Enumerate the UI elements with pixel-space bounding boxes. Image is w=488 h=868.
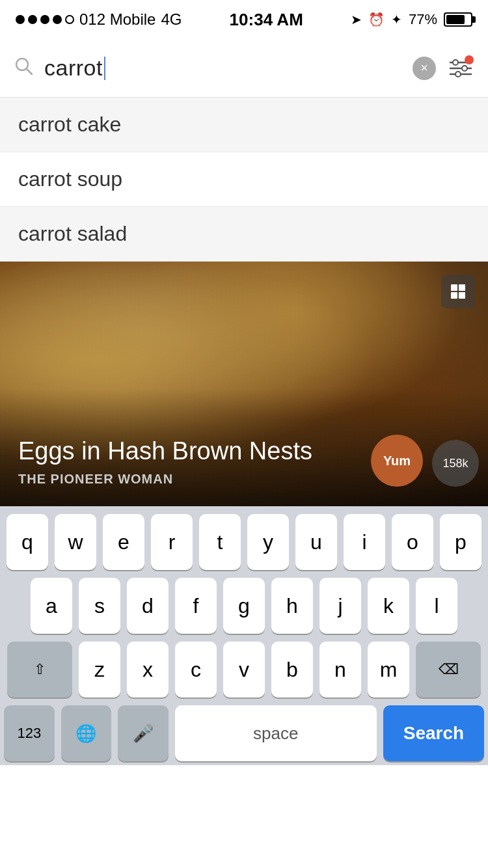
key-q[interactable]: q [7,514,48,570]
space-key[interactable]: space [175,705,377,761]
delete-key[interactable]: ⌫ [416,642,481,698]
signal-dot-2 [28,15,37,24]
key-x[interactable]: x [127,642,169,698]
svg-point-7 [455,72,461,77]
recipe-card[interactable]: Eggs in Hash Brown Nests THE PIONEER WOM… [0,262,488,506]
status-right: ➤ ⏰ ✦ 77% [351,11,472,28]
key-c[interactable]: c [175,642,217,698]
battery-percentage: 77% [409,11,437,28]
filter-badge [465,55,474,64]
svg-rect-9 [459,284,465,291]
suggestion-text-2: carrot soup [18,167,122,191]
bluetooth-icon: ✦ [391,12,402,27]
recipe-info: Eggs in Hash Brown Nests THE PIONEER WOM… [18,437,384,487]
keyboard-bottom-row: 123 🌐 🎤 space Search [4,705,484,761]
svg-point-5 [453,60,458,65]
key-e[interactable]: e [103,514,144,570]
search-bar[interactable]: carrot × [0,39,488,98]
status-left: 012 Mobile 4G [16,10,182,29]
yum-label: Yum [383,454,411,468]
battery-fill [446,15,465,24]
key-w[interactable]: w [55,514,96,570]
suggestion-item-1[interactable]: carrot cake [0,98,488,152]
key-d[interactable]: d [127,578,169,634]
network-label: 4G [161,10,182,29]
clear-icon: × [420,61,428,75]
search-key[interactable]: Search [383,705,484,761]
recipe-title: Eggs in Hash Brown Nests [18,437,384,467]
key-o[interactable]: o [392,514,433,570]
svg-point-6 [462,66,467,71]
keyboard-row-2: a s d f g h j k l [4,578,484,634]
location-icon: ➤ [351,12,362,27]
keyboard-row-1: q w e r t y u i o p [4,514,484,570]
status-bar: 012 Mobile 4G 10:34 AM ➤ ⏰ ✦ 77% [0,0,488,39]
key-g[interactable]: g [223,578,265,634]
alarm-icon: ⏰ [368,12,385,27]
keyboard: q w e r t y u i o p a s d f g h j k l ⇧ … [0,506,488,765]
key-m[interactable]: m [368,642,409,698]
time-label: 10:34 AM [230,10,303,30]
search-input[interactable]: carrot [44,55,402,81]
yum-button[interactable]: Yum [371,435,423,487]
key-b[interactable]: b [271,642,313,698]
svg-rect-10 [451,292,457,299]
suggestion-item-3[interactable]: carrot salad [0,207,488,262]
key-a[interactable]: a [31,578,72,634]
carrier-label: 012 Mobile [79,10,156,29]
key-l[interactable]: l [416,578,457,634]
shift-key[interactable]: ⇧ [7,642,72,698]
key-i[interactable]: i [344,514,385,570]
signal-dot-3 [40,15,49,24]
filter-button[interactable] [446,54,475,83]
key-h[interactable]: h [271,578,313,634]
suggestion-item-2[interactable]: carrot soup [0,152,488,207]
globe-key[interactable]: 🌐 [61,705,112,761]
key-u[interactable]: u [295,514,337,570]
signal-dot-5 [65,15,74,24]
key-n[interactable]: n [319,642,361,698]
recipe-source: THE PIONEER WOMAN [18,472,384,487]
text-cursor [104,57,105,80]
key-y[interactable]: y [247,514,289,570]
numbers-key[interactable]: 123 [4,705,55,761]
count-button[interactable]: 158k [432,440,479,487]
key-k[interactable]: k [368,578,409,634]
key-t[interactable]: t [199,514,241,570]
signal-dot-4 [53,15,62,24]
key-z[interactable]: z [79,642,120,698]
key-s[interactable]: s [79,578,120,634]
clear-button[interactable]: × [413,57,436,80]
key-r[interactable]: r [151,514,193,570]
key-p[interactable]: p [440,514,481,570]
key-v[interactable]: v [223,642,265,698]
signal-dots [16,15,74,24]
count-label: 158k [442,457,468,470]
keyboard-row-3: ⇧ z x c v b n m ⌫ [4,642,484,698]
suggestion-text-3: carrot salad [18,222,127,246]
svg-rect-11 [459,292,465,299]
key-f[interactable]: f [175,578,217,634]
svg-rect-8 [451,284,457,291]
suggestion-text-1: carrot cake [18,113,121,137]
key-j[interactable]: j [319,578,361,634]
microphone-key[interactable]: 🎤 [118,705,169,761]
svg-line-1 [27,69,32,74]
search-text: carrot [44,55,103,81]
grid-icon[interactable] [441,275,475,308]
suggestions-list: carrot cake carrot soup carrot salad [0,98,488,262]
signal-dot-1 [16,15,25,24]
battery-icon [444,12,472,27]
search-icon [13,55,34,81]
